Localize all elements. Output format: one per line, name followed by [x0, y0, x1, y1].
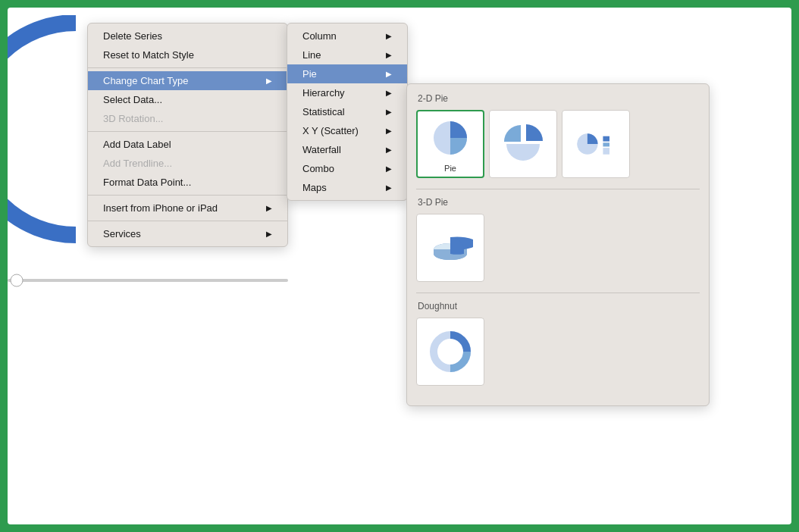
context-menu-l1: Delete Series Reset to Match Style Chang… — [87, 23, 288, 247]
svg-point-1 — [11, 274, 23, 286]
chart-grid-doughnut — [416, 318, 700, 386]
menu-insert-iphone[interactable]: Insert from iPhone or iPad ▶ — [88, 199, 287, 217]
menu-l2-pie[interactable]: Pie ▶ — [287, 64, 407, 83]
doughnut-icon — [428, 329, 473, 374]
chart-thumb-pie[interactable]: Pie — [416, 110, 484, 178]
arrow-icon-column: ▶ — [386, 32, 392, 40]
menu-reset-style[interactable]: Reset to Match Style — [88, 45, 287, 64]
section-title-2d-pie: 2-D Pie — [416, 93, 700, 104]
arrow-icon-waterfall: ▶ — [386, 146, 392, 154]
menu-add-trendline: Add Trendline... — [88, 154, 287, 173]
svg-rect-4 — [603, 136, 609, 142]
menu-3d-rotation: 3D Rotation... — [88, 109, 287, 128]
context-menu-l2: Column ▶ Line ▶ Pie ▶ Hierarchy ▶ Statis… — [287, 23, 408, 201]
menu-change-chart-type[interactable]: Change Chart Type ▶ — [88, 71, 287, 90]
chart-thumb-pie-exploded[interactable] — [489, 110, 557, 178]
svg-rect-0 — [8, 279, 288, 282]
arrow-icon-xy: ▶ — [386, 127, 392, 135]
menu-l2-statistical[interactable]: Statistical ▶ — [287, 102, 407, 121]
chart-thumb-pie-bar[interactable] — [562, 110, 630, 178]
divider-3d-pie — [416, 189, 700, 189]
separator-4 — [88, 221, 287, 221]
chart-thumb-label-pie: Pie — [444, 164, 456, 173]
menu-select-data[interactable]: Select Data... — [88, 90, 287, 109]
menu-format-data-point[interactable]: Format Data Point... — [88, 173, 287, 192]
arrow-icon-services: ▶ — [266, 230, 272, 238]
pie-exploded-icon — [500, 121, 546, 167]
menu-l2-combo[interactable]: Combo ▶ — [287, 159, 407, 178]
arrow-icon-pie: ▶ — [386, 70, 392, 78]
menu-delete-series[interactable]: Delete Series — [88, 27, 287, 45]
section-title-doughnut: Doughnut — [416, 301, 700, 311]
menu-l2-column[interactable]: Column ▶ — [287, 27, 407, 45]
menu-l2-maps[interactable]: Maps ▶ — [287, 178, 407, 197]
menu-add-data-label[interactable]: Add Data Label — [88, 135, 287, 154]
chart-arc-decoration — [8, 15, 91, 258]
chart-grid-2d-pie: Pie — [416, 110, 700, 178]
menu-services[interactable]: Services ▶ — [88, 224, 287, 243]
pie-3d-icon — [428, 225, 473, 271]
arrow-icon: ▶ — [266, 77, 272, 85]
arrow-icon-statistical: ▶ — [386, 108, 392, 116]
section-title-3d-pie: 3-D Pie — [416, 197, 700, 208]
separator-2 — [88, 131, 287, 132]
chart-type-panel: 2-D Pie Pie — [406, 83, 710, 406]
svg-rect-5 — [603, 142, 609, 146]
pie-bar-icon — [573, 121, 619, 167]
arrow-icon-iphone: ▶ — [266, 204, 272, 212]
separator-3 — [88, 195, 287, 196]
arrow-icon-maps: ▶ — [386, 183, 392, 192]
menu-l2-xy-scatter[interactable]: X Y (Scatter) ▶ — [287, 121, 407, 140]
menu-l2-waterfall[interactable]: Waterfall ▶ — [287, 140, 407, 159]
arrow-icon-combo: ▶ — [386, 164, 392, 173]
arrow-icon-line: ▶ — [386, 51, 392, 59]
separator-1 — [88, 67, 287, 68]
pie-chart-icon — [428, 115, 473, 161]
chart-thumb-pie-3d[interactable] — [416, 214, 484, 282]
chart-thumb-doughnut[interactable] — [416, 318, 484, 386]
divider-doughnut — [416, 293, 700, 293]
menu-l2-hierarchy[interactable]: Hierarchy ▶ — [287, 83, 407, 102]
menu-l2-line[interactable]: Line ▶ — [287, 45, 407, 64]
chart-grid-3d-pie — [416, 214, 700, 282]
arrow-icon-hierarchy: ▶ — [386, 89, 392, 97]
svg-rect-6 — [603, 148, 609, 155]
